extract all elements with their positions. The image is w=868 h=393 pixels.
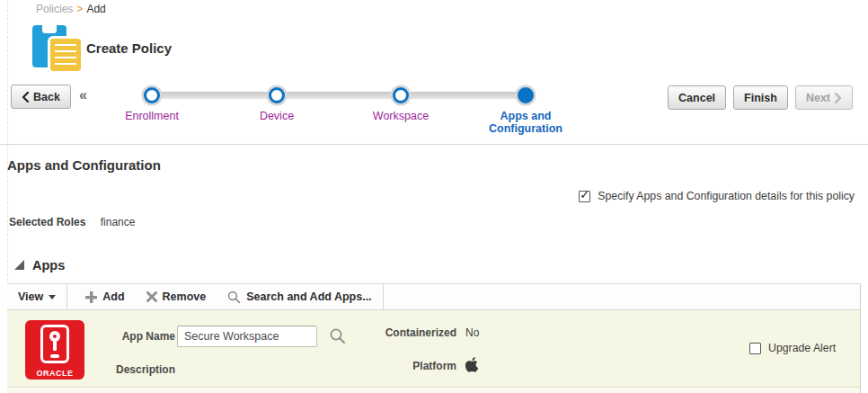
header-divider bbox=[0, 144, 868, 145]
search-and-add-apps-button[interactable]: Search and Add Apps... bbox=[217, 284, 382, 309]
specify-apps-label: Specify Apps and Configuration details f… bbox=[598, 190, 855, 202]
create-policy-icon bbox=[32, 25, 83, 72]
toolbar-separator bbox=[66, 284, 67, 309]
oracle-app-icon: ORACLE bbox=[25, 320, 84, 380]
x-icon bbox=[146, 291, 157, 302]
document-icon bbox=[50, 39, 81, 71]
finish-button[interactable]: Finish bbox=[733, 85, 788, 110]
back-button[interactable]: Back bbox=[11, 85, 71, 109]
breadcrumb-separator: > bbox=[76, 3, 83, 15]
view-menu-button[interactable]: View bbox=[7, 284, 66, 309]
selected-roles-value: finance bbox=[101, 216, 136, 228]
create-policy-page: Policies>Add Create Policy Back « Enroll… bbox=[0, 0, 868, 393]
step-circle-icon[interactable] bbox=[518, 87, 534, 103]
wizard-actions: Cancel Finish Next bbox=[668, 85, 853, 110]
app-table-row[interactable]: ORACLE App Name Description Containerize… bbox=[7, 310, 860, 388]
breadcrumb-policies-link[interactable]: Policies bbox=[36, 3, 73, 15]
apps-section-header[interactable]: Apps bbox=[14, 258, 65, 272]
next-button[interactable]: Next bbox=[795, 85, 853, 110]
upgrade-alert-row: Upgrade Alert bbox=[749, 342, 836, 354]
step-label: Apps and Configuration bbox=[476, 110, 575, 136]
containerized-label: Containerized bbox=[349, 326, 456, 339]
collapse-section-icon[interactable] bbox=[14, 260, 24, 270]
step-enrollment[interactable]: Enrollment bbox=[102, 87, 201, 122]
specify-apps-row: Specify Apps and Configuration details f… bbox=[579, 190, 855, 202]
chevron-down-icon bbox=[49, 295, 56, 299]
apps-table: View Add Remove bbox=[7, 283, 861, 393]
cancel-button[interactable]: Cancel bbox=[668, 85, 726, 110]
apps-toolbar: View Add Remove bbox=[7, 283, 860, 310]
apple-icon bbox=[465, 357, 479, 372]
chevron-left-icon bbox=[22, 92, 29, 103]
step-label: Enrollment bbox=[102, 110, 201, 122]
containerized-value: No bbox=[465, 326, 479, 339]
step-apps-and-configuration[interactable]: Apps and Configuration bbox=[476, 87, 575, 136]
wizard-track bbox=[148, 92, 529, 99]
view-menu-label: View bbox=[18, 290, 43, 303]
search-icon bbox=[227, 290, 241, 304]
upgrade-alert-label: Upgrade Alert bbox=[768, 342, 836, 354]
search-and-add-apps-label: Search and Add Apps... bbox=[246, 290, 371, 303]
next-button-label: Next bbox=[806, 92, 830, 104]
app-name-label: App Name bbox=[97, 330, 175, 343]
plus-icon bbox=[85, 291, 97, 303]
step-workspace[interactable]: Workspace bbox=[351, 87, 450, 122]
section-title: Apps and Configuration bbox=[7, 157, 161, 173]
chevron-right-icon bbox=[835, 93, 842, 103]
description-label: Description bbox=[97, 363, 175, 376]
step-circle-icon[interactable] bbox=[144, 87, 160, 103]
specify-apps-checkbox[interactable] bbox=[579, 191, 590, 202]
app-search-icon[interactable] bbox=[329, 327, 346, 344]
add-app-label: Add bbox=[102, 290, 124, 303]
selected-roles-label: Selected Roles bbox=[9, 216, 85, 228]
step-label: Device bbox=[227, 110, 326, 122]
step-label: Workspace bbox=[351, 110, 450, 122]
toolbar-separator bbox=[383, 284, 384, 309]
phone-icon bbox=[40, 325, 69, 363]
apps-section-title: Apps bbox=[32, 258, 65, 272]
selected-roles-row: Selected Roles finance bbox=[9, 216, 135, 228]
oracle-brand-label: ORACLE bbox=[25, 369, 84, 378]
upgrade-alert-checkbox[interactable] bbox=[749, 343, 761, 354]
step-circle-icon[interactable] bbox=[269, 87, 285, 103]
page-title: Create Policy bbox=[86, 40, 172, 56]
back-button-label: Back bbox=[33, 91, 60, 103]
collapse-train-icon[interactable]: « bbox=[79, 87, 87, 103]
app-name-input[interactable] bbox=[177, 326, 317, 347]
remove-app-label: Remove bbox=[163, 290, 207, 303]
step-device[interactable]: Device bbox=[227, 87, 326, 122]
breadcrumb: Policies>Add bbox=[36, 3, 106, 15]
add-app-button[interactable]: Add bbox=[75, 284, 135, 309]
remove-app-button[interactable]: Remove bbox=[136, 284, 217, 309]
breadcrumb-current: Add bbox=[86, 3, 105, 15]
platform-label: Platform bbox=[349, 360, 456, 372]
step-circle-icon[interactable] bbox=[393, 87, 409, 103]
app-table-row-continuation bbox=[7, 388, 860, 393]
